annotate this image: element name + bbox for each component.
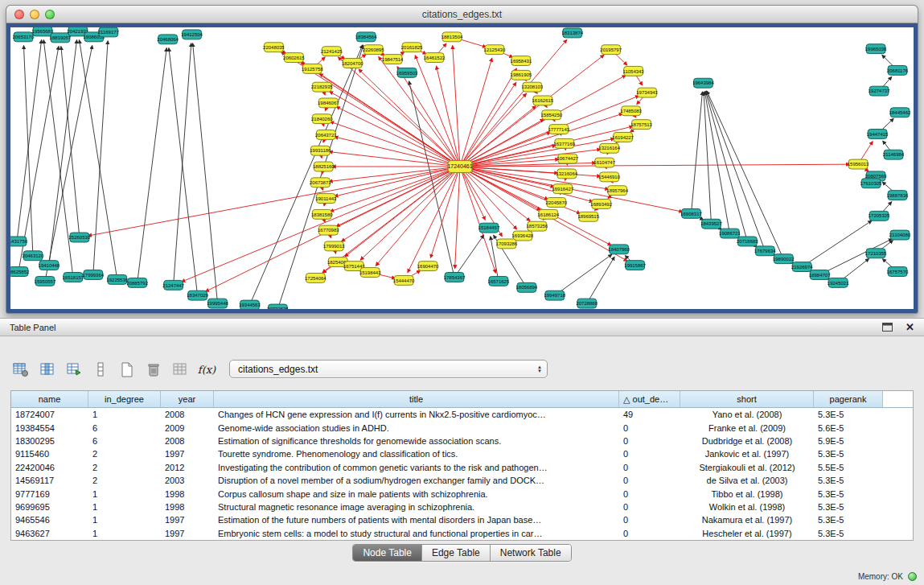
- graph-node[interactable]: 15184457: [478, 223, 500, 233]
- graph-node[interactable]: 16893492: [590, 200, 612, 209]
- graph-node[interactable]: 16377169: [553, 138, 575, 148]
- table-cell[interactable]: 5.3E-5: [814, 501, 883, 513]
- column-header-0[interactable]: name: [11, 391, 88, 407]
- table-cell[interactable]: 5.3E-5: [814, 527, 883, 540]
- graph-node[interactable]: 19447415: [867, 130, 889, 139]
- table-row[interactable]: 2242004622012Investigating the contribut…: [11, 461, 913, 474]
- graph-node[interactable]: 17485083: [620, 106, 642, 116]
- graph-node[interactable]: 16104747: [593, 158, 615, 167]
- table-cell[interactable]: 0: [619, 447, 680, 460]
- graph-node[interactable]: 18204700: [342, 59, 363, 68]
- graph-node[interactable]: 11431756: [10, 237, 28, 246]
- graph-node[interactable]: 17240461: [447, 161, 472, 173]
- graph-node[interactable]: 17610305: [860, 179, 882, 188]
- graph-node[interactable]: 17854367: [444, 273, 466, 282]
- table-cell[interactable]: 2008: [161, 435, 214, 447]
- graph-node[interactable]: 19344563: [239, 300, 261, 309]
- graph-node[interactable]: 25260530: [69, 233, 91, 242]
- table-cell[interactable]: 0: [619, 513, 680, 526]
- table-cell[interactable]: 49: [619, 408, 680, 421]
- graph-node[interactable]: 19949718: [544, 290, 565, 300]
- table-cell[interactable]: 1: [88, 513, 161, 526]
- network-canvas[interactable]: 2065317019565683188390572042193119086053…: [10, 27, 914, 309]
- graph-node[interactable]: 16904470: [417, 262, 439, 271]
- table-cell[interactable]: 18300295: [11, 435, 88, 447]
- graph-node[interactable]: 18384564: [355, 32, 377, 42]
- graph-node[interactable]: 16194227: [612, 133, 634, 142]
- column-header-1[interactable]: in_degree: [88, 391, 161, 407]
- table-cell[interactable]: 1: [88, 501, 161, 513]
- graph-node[interactable]: 18313874: [561, 28, 583, 38]
- table-cell[interactable]: 2: [88, 474, 161, 487]
- graph-node[interactable]: 18957964: [606, 186, 628, 196]
- table-cell[interactable]: 9699695: [11, 501, 88, 513]
- graph-node[interactable]: 21104080: [889, 230, 911, 240]
- graph-node[interactable]: 20602615: [283, 53, 305, 63]
- minimize-window-button[interactable]: [30, 10, 39, 19]
- graph-node[interactable]: 15854250: [540, 110, 562, 120]
- table-row[interactable]: 946554611997Estimation of the future num…: [11, 513, 913, 526]
- graph-node[interactable]: 19245021: [827, 278, 849, 287]
- table-cell[interactable]: 1: [88, 487, 161, 500]
- graph-node[interactable]: 17093286: [496, 239, 518, 249]
- graph-node[interactable]: 20463120: [23, 251, 44, 261]
- table-cell[interactable]: 5.5E-5: [814, 461, 883, 474]
- graph-node[interactable]: 19125758: [302, 64, 323, 73]
- table-cell[interactable]: Genome-wide association studies in ADHD.: [214, 421, 619, 434]
- graph-node[interactable]: 16757570: [887, 267, 909, 277]
- graph-node[interactable]: 16162615: [532, 96, 554, 105]
- graph-node[interactable]: 20643721: [315, 130, 337, 140]
- graph-node[interactable]: 19890022: [773, 254, 795, 264]
- graph-node[interactable]: 18056894: [516, 282, 538, 292]
- graph-node[interactable]: 20718683: [737, 237, 758, 246]
- table-cell[interactable]: 9777169: [11, 487, 88, 500]
- table-row[interactable]: 1830029562008Estimation of significance …: [11, 435, 913, 447]
- table-cell[interactable]: Wolkin et al. (1998): [680, 501, 814, 513]
- graph-node[interactable]: 16186124: [537, 209, 559, 219]
- window-titlebar[interactable]: citations_edges.txt: [6, 6, 918, 23]
- table-cell[interactable]: 1997: [161, 447, 214, 460]
- table-cell[interactable]: Embryonic stem cells: a model to study s…: [214, 527, 619, 540]
- table-cell[interactable]: 0: [619, 435, 680, 447]
- graph-node[interactable]: 19915867: [624, 261, 646, 270]
- graph-node[interactable]: 16571625: [488, 276, 510, 286]
- table-cell[interactable]: 9465546: [11, 513, 88, 526]
- column-header-3[interactable]: title: [214, 391, 619, 407]
- table-row[interactable]: 977716911998Corpus callosum shape and si…: [11, 487, 913, 500]
- graph-node[interactable]: 21169177: [98, 27, 120, 37]
- graph-node[interactable]: 20885792: [126, 278, 148, 287]
- graph-node[interactable]: 18969515: [577, 212, 599, 221]
- graph-node[interactable]: 19734943: [636, 88, 658, 97]
- graph-node[interactable]: 22182935: [311, 82, 333, 92]
- table-cell[interactable]: 1998: [161, 501, 214, 513]
- column-header-2[interactable]: year: [161, 391, 214, 407]
- table-cell[interactable]: 6: [88, 421, 161, 434]
- graph-node[interactable]: 15956013: [848, 159, 869, 169]
- table-cell[interactable]: 1997: [161, 527, 214, 540]
- table-mode-icon[interactable]: [11, 360, 31, 379]
- table-cell[interactable]: Disruption of a novel member of a sodium…: [214, 474, 619, 487]
- graph-node[interactable]: 17205325: [869, 211, 890, 220]
- graph-node[interactable]: 10674427: [556, 154, 578, 163]
- graph-node[interactable]: 21146984: [883, 150, 905, 159]
- table-cell[interactable]: 2003: [161, 474, 214, 487]
- table-cell[interactable]: 19384554: [11, 421, 88, 434]
- table-cell[interactable]: Nakamura et al. (1997): [680, 513, 814, 526]
- graph-node[interactable]: 15198443: [359, 268, 381, 278]
- table-row[interactable]: 1456911722003Disruption of a novel membe…: [11, 474, 913, 487]
- graph-node[interactable]: 20673871: [310, 178, 331, 187]
- graph-node[interactable]: 21926974: [791, 262, 813, 272]
- graph-node[interactable]: 18984707: [809, 270, 831, 280]
- table-cell[interactable]: Stergiakouli et al. (2012): [680, 461, 814, 474]
- table-cell[interactable]: 1: [88, 527, 161, 540]
- table-cell[interactable]: 2: [88, 461, 161, 474]
- graph-node[interactable]: 19887836: [887, 191, 909, 200]
- tab-edge-table[interactable]: Edge Table: [422, 545, 491, 561]
- table-cell[interactable]: Structural magnetic resonance image aver…: [214, 501, 619, 513]
- graph-node[interactable]: 22048035: [263, 43, 285, 52]
- graph-node[interactable]: 18347029: [187, 290, 208, 300]
- table-cell[interactable]: 5.3E-5: [814, 447, 883, 460]
- graph-node[interactable]: 13216064: [556, 169, 577, 179]
- table-cell[interactable]: Estimation of the future numbers of pati…: [214, 513, 619, 526]
- edit-columns-icon[interactable]: [64, 360, 84, 379]
